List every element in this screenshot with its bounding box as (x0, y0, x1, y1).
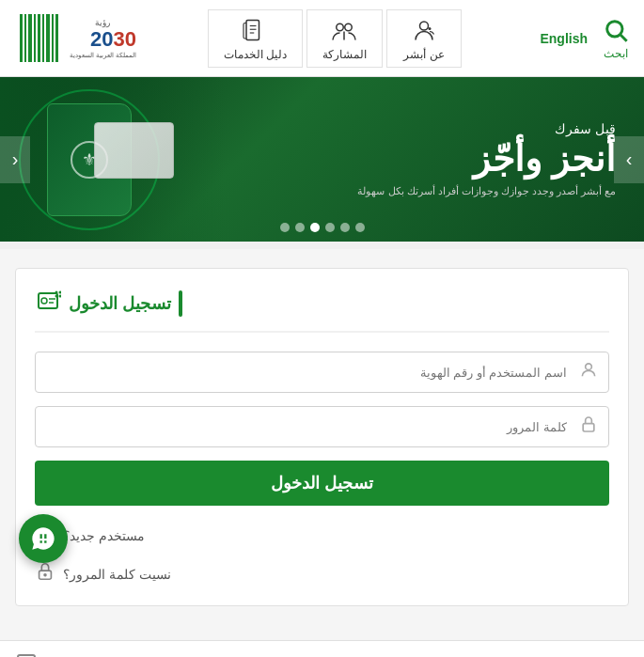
dot-5[interactable] (295, 223, 305, 232)
forgot-password-link[interactable]: نسيت كلمة المرور؟ (35, 561, 609, 587)
dot-6[interactable] (280, 223, 290, 232)
dot-3[interactable] (325, 223, 335, 232)
footer-bar: الخدمات الاستعلامية (0, 640, 644, 657)
main-header: ابحث English عن أبشر المشاركة (0, 0, 644, 77)
svg-point-24 (55, 291, 58, 294)
svg-point-28 (586, 364, 592, 370)
dot-1[interactable] (355, 223, 365, 232)
user-icon (579, 361, 598, 384)
svg-rect-18 (52, 14, 54, 62)
nav-absher-label: عن أبشر (403, 48, 444, 61)
login-header: تسجيل الدخول (35, 288, 609, 333)
svg-rect-19 (55, 14, 58, 62)
svg-rect-15 (38, 14, 40, 62)
password-input[interactable] (35, 406, 609, 447)
banner-title: أنجز وأجّز (357, 140, 616, 180)
inquiry-icon (15, 652, 38, 657)
search-button[interactable]: ابحث (603, 17, 629, 60)
banner-image: ⚜ (0, 77, 226, 242)
green-accent-line (179, 290, 182, 317)
chat-button[interactable] (19, 514, 68, 563)
svg-rect-14 (34, 14, 36, 62)
svg-point-21 (41, 298, 47, 304)
svg-point-27 (59, 295, 62, 298)
banner-description: مع أبشر أصدر وجدد جوازك وجوازات أفراد أس… (357, 185, 616, 197)
language-toggle[interactable]: English (532, 31, 595, 46)
svg-rect-12 (24, 14, 26, 62)
svg-point-0 (607, 21, 622, 36)
svg-point-25 (55, 295, 58, 298)
banner-next-button[interactable]: ‹ (0, 136, 30, 183)
username-group (35, 352, 609, 393)
separator-1 (0, 242, 644, 249)
new-user-link[interactable]: مستخدم جديد؟ (35, 523, 609, 548)
banner-subtitle: قبل سفرك (357, 121, 616, 136)
lock-icon (579, 415, 598, 439)
forgot-password-label: نسيت كلمة المرور؟ (63, 567, 171, 582)
banner-dots (280, 223, 365, 232)
login-submit-button[interactable]: تسجيل الدخول (35, 461, 609, 506)
login-title-icon (35, 288, 61, 320)
nav-participation-label: المشاركة (322, 48, 367, 61)
login-card: تسجيل الدخول (15, 268, 629, 606)
nav-services-guide-label: دليل الخدمات (224, 48, 287, 61)
svg-rect-29 (583, 424, 594, 431)
svg-rect-13 (28, 14, 32, 62)
header-nav: عن أبشر المشاركة دليل الخدمات (208, 9, 462, 68)
dot-4[interactable] (310, 223, 320, 232)
search-label: ابحث (604, 47, 628, 60)
main-content: تسجيل الدخول (0, 249, 644, 640)
password-group (35, 406, 609, 447)
svg-point-5 (345, 23, 353, 31)
forgot-password-icon (35, 561, 55, 587)
nav-item-services-guide[interactable]: دليل الخدمات (208, 9, 303, 68)
passport-visual: ⚜ (28, 99, 197, 221)
nav-item-participation[interactable]: المشاركة (306, 9, 383, 68)
header-right: ابحث English (532, 17, 629, 60)
banner-prev-button[interactable]: › (614, 136, 644, 183)
header-left: رؤية 2030 المملكة العربية السعودية (15, 12, 136, 64)
svg-line-1 (620, 35, 626, 40)
dot-2[interactable] (340, 223, 350, 232)
svg-point-3 (428, 27, 431, 30)
svg-rect-17 (46, 14, 50, 62)
new-user-label: مستخدم جديد؟ (63, 528, 145, 543)
svg-point-26 (59, 291, 62, 294)
username-input[interactable] (35, 352, 609, 393)
svg-rect-7 (246, 20, 259, 39)
hero-banner: › ‹ ⚜ قبل سفرك أنجز وأجّز مع أبشر أصدر و… (0, 77, 644, 242)
login-title: تسجيل الدخول (69, 293, 171, 314)
nav-item-absher[interactable]: عن أبشر (386, 9, 462, 68)
svg-point-4 (337, 23, 344, 31)
vision-logo: رؤية 2030 المملكة العربية السعودية (70, 18, 136, 59)
svg-point-2 (419, 22, 428, 30)
svg-rect-16 (42, 14, 44, 62)
absher-logo (15, 12, 62, 64)
banner-text: قبل سفرك أنجز وأجّز مع أبشر أصدر وجدد جو… (329, 121, 644, 197)
svg-point-34 (44, 574, 46, 576)
svg-rect-11 (20, 14, 23, 62)
